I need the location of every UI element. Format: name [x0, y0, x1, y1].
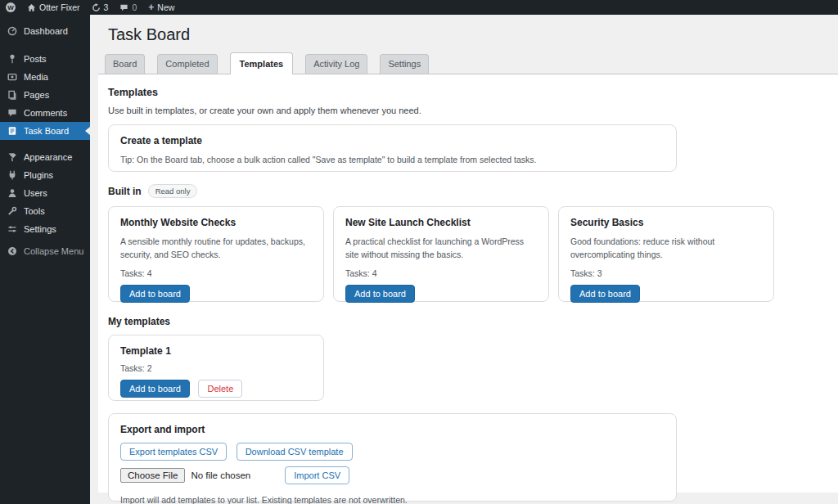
- sidebar-item-task-board[interactable]: Task Board: [0, 122, 90, 140]
- main-panel: Templates Use built in templates, or cre…: [98, 74, 838, 493]
- sidebar-item-tools[interactable]: Tools: [0, 202, 90, 220]
- add-to-board-button[interactable]: Add to board: [345, 285, 415, 303]
- template-card-title: New Site Launch Checklist: [345, 217, 537, 228]
- my-templates-heading: My templates: [108, 316, 828, 327]
- appearance-icon: [7, 152, 17, 162]
- template-card-monthly-website-checks: Monthly Website Checks A sensible monthl…: [108, 206, 324, 302]
- template-card-tasks-count: Tasks: 4: [120, 268, 312, 278]
- sidebar-item-users[interactable]: Users: [0, 184, 90, 202]
- import-file-row: Choose File No file chosen Import CSV: [120, 466, 665, 484]
- new-button[interactable]: + New: [142, 0, 180, 15]
- add-to-board-button[interactable]: Add to board: [120, 380, 190, 398]
- template-card-template-1: Template 1 Tasks: 2 Add to board Delete: [108, 335, 324, 401]
- sidebar-item-posts[interactable]: Posts: [0, 50, 90, 68]
- template-card-security-basics: Security Basics Good foundations: reduce…: [558, 206, 774, 302]
- tab-board[interactable]: Board: [105, 54, 145, 74]
- updates-icon: [92, 3, 101, 12]
- wordpress-menu-button[interactable]: W: [0, 0, 21, 15]
- templates-heading: Templates: [108, 74, 828, 98]
- template-card-title: Security Basics: [570, 217, 762, 228]
- updates-button[interactable]: 3: [86, 0, 115, 15]
- wordpress-logo-icon: W: [6, 2, 16, 12]
- comments-button[interactable]: 0: [114, 0, 142, 15]
- tab-templates[interactable]: Templates: [230, 52, 294, 74]
- download-csv-template-button[interactable]: Download CSV template: [237, 443, 353, 461]
- template-card-description: A sensible monthly routine for updates, …: [120, 235, 312, 262]
- updates-count: 3: [104, 2, 109, 12]
- collapse-menu-button[interactable]: Collapse Menu: [0, 242, 90, 260]
- add-to-board-button[interactable]: Add to board: [120, 285, 190, 303]
- sidebar-item-dashboard[interactable]: Dashboard: [0, 22, 90, 40]
- site-name: Otter Fixer: [39, 2, 80, 12]
- export-import-heading: Export and import: [120, 424, 665, 435]
- plugin-icon: [7, 170, 17, 180]
- sidebar-item-media[interactable]: Media: [0, 68, 90, 86]
- pages-icon: [7, 90, 17, 100]
- template-card-description: Good foundations: reduce risk without ov…: [570, 235, 762, 262]
- tab-bar: Board Completed Templates Activity Log S…: [105, 52, 429, 74]
- admin-content: Task Board Board Completed Templates Act…: [90, 15, 838, 504]
- site-link[interactable]: Otter Fixer: [21, 0, 86, 15]
- sidebar-item-plugins[interactable]: Plugins: [0, 166, 90, 184]
- templates-description: Use built in templates, or create your o…: [108, 106, 828, 115]
- export-import-card: Export and import Export templates CSV D…: [108, 413, 677, 502]
- page-title: Task Board: [108, 25, 190, 44]
- choose-file-button[interactable]: Choose File: [120, 468, 185, 483]
- template-card-title: Template 1: [120, 345, 312, 357]
- plus-icon: +: [148, 2, 154, 12]
- read-only-badge: Read only: [148, 184, 198, 198]
- template-card-tasks-count: Tasks: 4: [345, 268, 537, 278]
- export-templates-csv-button[interactable]: Export templates CSV: [120, 443, 227, 461]
- tab-completed[interactable]: Completed: [157, 54, 217, 74]
- template-card-new-site-launch-checklist: New Site Launch Checklist A practical ch…: [333, 206, 549, 302]
- create-template-tip: Tip: On the Board tab, choose a bulk act…: [120, 155, 665, 164]
- built-in-heading: Built in: [108, 186, 142, 197]
- wrench-icon: [7, 206, 17, 216]
- create-template-card: Create a template Tip: On the Board tab,…: [108, 124, 677, 172]
- create-template-title: Create a template: [120, 135, 665, 146]
- media-icon: [7, 72, 17, 82]
- no-file-chosen-text: No file chosen: [191, 470, 250, 480]
- built-in-header: Built in Read only: [108, 184, 828, 198]
- delete-template-button[interactable]: Delete: [198, 380, 242, 398]
- task-board-icon: [7, 126, 17, 136]
- import-csv-button[interactable]: Import CSV: [285, 466, 349, 484]
- comment-icon: [7, 108, 17, 118]
- tab-activity-log[interactable]: Activity Log: [305, 54, 367, 74]
- admin-sidebar: Dashboard Posts Media Pages Comments: [0, 15, 90, 504]
- comments-count: 0: [132, 2, 137, 12]
- sidebar-item-settings[interactable]: Settings: [0, 220, 90, 238]
- collapse-arrow-icon: [7, 246, 17, 256]
- template-card-tasks-count: Tasks: 3: [570, 268, 762, 278]
- new-label: New: [157, 2, 174, 12]
- sidebar-item-pages[interactable]: Pages: [0, 86, 90, 104]
- dashboard-icon: [7, 26, 17, 36]
- settings-icon: [7, 224, 17, 234]
- admin-bar: W Otter Fixer 3 0 + New: [0, 0, 838, 15]
- home-icon: [27, 3, 36, 12]
- pushpin-icon: [7, 54, 17, 64]
- add-to-board-button[interactable]: Add to board: [570, 285, 640, 303]
- import-note: Import will add templates to your list. …: [120, 495, 665, 504]
- comments-bubble-icon: [119, 3, 128, 12]
- tab-settings[interactable]: Settings: [380, 54, 429, 74]
- export-buttons-row: Export templates CSV Download CSV templa…: [120, 443, 665, 461]
- built-in-cards-row: Monthly Website Checks A sensible monthl…: [108, 206, 828, 302]
- sidebar-item-appearance[interactable]: Appearance: [0, 148, 90, 166]
- user-icon: [7, 188, 17, 198]
- template-card-tasks-count: Tasks: 2: [120, 363, 312, 373]
- template-card-description: A practical checklist for launching a Wo…: [345, 235, 537, 262]
- sidebar-item-comments[interactable]: Comments: [0, 104, 90, 122]
- template-card-title: Monthly Website Checks: [120, 217, 312, 228]
